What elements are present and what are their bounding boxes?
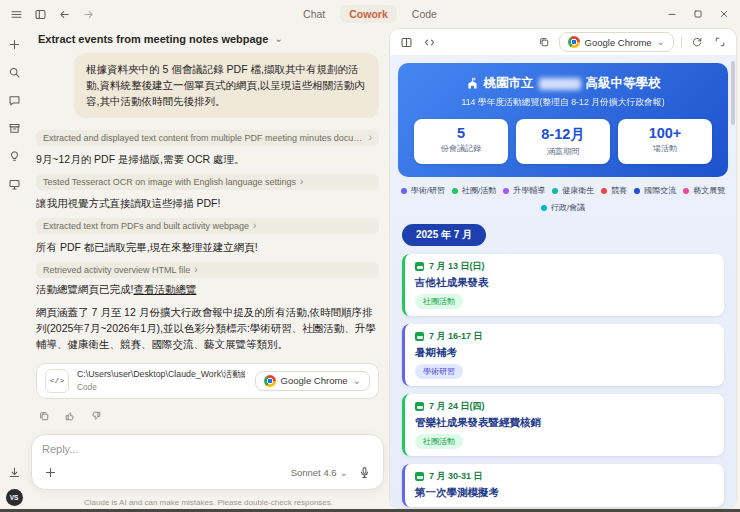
assistant-summary: 網頁涵蓋了 7 月至 12 月份擴大行政會報中提及的所有活動,依時間順序排列(2… [36, 305, 379, 352]
page-subtitle: 114 學年度活動總覽(整理自 8-12 月份擴大行政會報) [406, 97, 720, 109]
menu-button[interactable] [8, 6, 25, 23]
legend-item: 升學輔導 [503, 185, 545, 196]
legend-item: 健康衛生 [552, 185, 594, 196]
file-card[interactable]: </> C:\Users\user\Desktop\Claude_Work\活動… [36, 363, 379, 399]
chevron-right-icon: › [300, 177, 303, 187]
school-name-suffix: 高級中等學校 [586, 75, 661, 92]
tab-code[interactable]: Code [403, 5, 446, 23]
app-window: Chat Cowork Code VS Extract events from … [0, 0, 740, 512]
legend-label: 社團/活動 [462, 185, 496, 196]
event-card[interactable]: 7 月 30-31 日第一次學測模擬考 [402, 464, 724, 507]
chevron-down-icon: ⌄ [340, 468, 348, 478]
back-button[interactable] [56, 6, 73, 23]
event-category-tag: 社團活動 [415, 434, 463, 449]
event-date-text: 7 月 16-17 日 [429, 330, 483, 343]
event-card[interactable]: 7 月 24 日(四)管樂社成果發表暨經費核銷社團活動 [402, 394, 724, 456]
chevron-right-icon: › [369, 133, 372, 143]
legend-item: 藝文展覽 [683, 185, 725, 196]
category-legend: 學術/研習社團/活動升學輔導健康衛生競賽國際交流藝文展覽行政/會議 [390, 177, 736, 215]
task-header[interactable]: Extract events from meeting notes webpag… [28, 28, 389, 50]
refresh-button[interactable] [689, 34, 705, 50]
model-selector[interactable]: Sonnet 4.6 ⌄ [291, 467, 348, 478]
event-date-text: 7 月 24 日(四) [429, 400, 485, 413]
preview-toolbar: Google Chrome ⌄ [390, 29, 736, 55]
legend-dot-icon [541, 205, 547, 211]
legend-dot-icon [683, 188, 689, 194]
event-card[interactable]: 7 月 13 日(日)吉他社成果發表社團活動 [402, 254, 724, 316]
new-chat-button[interactable] [6, 36, 23, 53]
code-mode-button[interactable] [421, 34, 438, 51]
stat-value: 8-12月 [520, 125, 606, 144]
close-button[interactable] [716, 6, 732, 22]
preview-scrollbar[interactable] [731, 61, 735, 125]
thumbs-up-button[interactable] [62, 408, 78, 424]
browser-label: Google Chrome [585, 37, 652, 48]
legend-item: 行政/會議 [541, 202, 585, 213]
open-with-chrome-button[interactable]: Google Chrome ⌄ [255, 371, 370, 391]
mode-tabs: Chat Cowork Code [294, 0, 446, 28]
page-hero: 桃園市立 高級中等學校 114 學年度活動總覽(整理自 8-12 月份擴大行政會… [398, 63, 728, 177]
browser-select[interactable]: Google Chrome ⌄ [559, 32, 674, 52]
ideas-button[interactable] [6, 148, 23, 165]
event-date-text: 7 月 30-31 日 [429, 470, 483, 483]
add-attachment-button[interactable] [42, 464, 59, 481]
tool-call-row[interactable]: Extracted and displayed text content fro… [36, 130, 379, 146]
event-title: 管樂社成果發表暨經費核銷 [415, 416, 714, 430]
legend-label: 行政/會議 [551, 202, 585, 213]
event-date-text: 7 月 13 日(日) [429, 260, 485, 273]
user-message: 根據資料夾中的 5 個會議記錄 PDF 檔,擷取其中有規劃的活動,資料統整後建立… [74, 53, 379, 118]
legend-item: 國際交流 [634, 185, 676, 196]
chat-scroll-area[interactable]: 根據資料夾中的 5 個會議記錄 PDF 檔,擷取其中有規劃的活動,資料統整後建立… [36, 53, 379, 436]
legend-dot-icon [552, 188, 558, 194]
legend-label: 升學輔導 [513, 185, 545, 196]
assistant-text: 活動總覽網頁已完成!查看活動總覽 [36, 283, 379, 297]
chevron-down-icon: ⌄ [353, 376, 361, 386]
calendar-icon [415, 472, 424, 481]
chats-button[interactable] [6, 92, 23, 109]
legend-item: 競賽 [601, 185, 627, 196]
user-avatar[interactable]: VS [6, 489, 23, 506]
tab-cowork[interactable]: Cowork [340, 5, 397, 23]
file-type-label: Code [77, 382, 245, 392]
topbar: Chat Cowork Code [0, 0, 740, 28]
redacted-school-name [539, 78, 581, 90]
maximize-button[interactable] [690, 6, 706, 22]
event-title: 第一次學測模擬考 [415, 486, 714, 500]
events-list: 7 月 13 日(日)吉他社成果發表社團活動7 月 16-17 日暑期補考學術研… [390, 246, 736, 507]
chevron-right-icon: › [253, 221, 256, 231]
legend-label: 健康衛生 [562, 185, 594, 196]
legend-label: 學術/研習 [411, 185, 445, 196]
tool-call-row[interactable]: Extracted text from PDFs and built activ… [36, 218, 379, 234]
sidebar-toggle-button[interactable] [32, 6, 49, 23]
thumbs-down-button[interactable] [88, 408, 104, 424]
desktop-button[interactable] [6, 176, 23, 193]
expand-button[interactable] [712, 34, 728, 50]
chat-panel: Extract events from meeting notes webpag… [28, 28, 389, 512]
disclaimer-text: Claude is AI and can make mistakes. Plea… [28, 498, 389, 507]
tool-call-label: Retrieved activity overview HTML file [43, 265, 190, 275]
event-card[interactable]: 7 月 16-17 日暑期補考學術研習 [402, 324, 724, 386]
projects-button[interactable] [6, 120, 23, 137]
copy-button[interactable] [536, 34, 552, 50]
tool-call-row[interactable]: Tested Tesseract OCR on image with Engli… [36, 174, 379, 190]
preview-panel: Google Chrome ⌄ 桃園市立 高級中等學校 114 學年度活動總覽(… [389, 28, 737, 509]
chrome-icon [264, 375, 276, 387]
preview-mode-button[interactable] [398, 34, 415, 51]
mic-button[interactable] [356, 464, 373, 481]
tool-call-row[interactable]: Retrieved activity overview HTML file› [36, 262, 379, 278]
forward-button[interactable] [80, 6, 97, 23]
view-overview-link[interactable]: 查看活動總覽 [133, 283, 196, 295]
reply-input[interactable]: Reply... [42, 443, 373, 455]
legend-dot-icon [452, 188, 458, 194]
stats-row: 5份會議記錄8-12月涵蓋期間100+場活動 [406, 119, 720, 164]
minimize-button[interactable] [664, 6, 680, 22]
chevron-right-icon: › [194, 265, 197, 275]
downloads-button[interactable] [6, 464, 23, 481]
tab-chat[interactable]: Chat [294, 5, 334, 23]
reply-composer[interactable]: Reply... Sonnet 4.6 ⌄ [31, 434, 384, 490]
left-rail [0, 28, 28, 512]
copy-message-button[interactable] [36, 408, 52, 424]
search-button[interactable] [6, 64, 23, 81]
webpage-preview[interactable]: 桃園市立 高級中等學校 114 學年度活動總覽(整理自 8-12 月份擴大行政會… [390, 55, 736, 508]
rail-bottom: VS [0, 464, 28, 506]
